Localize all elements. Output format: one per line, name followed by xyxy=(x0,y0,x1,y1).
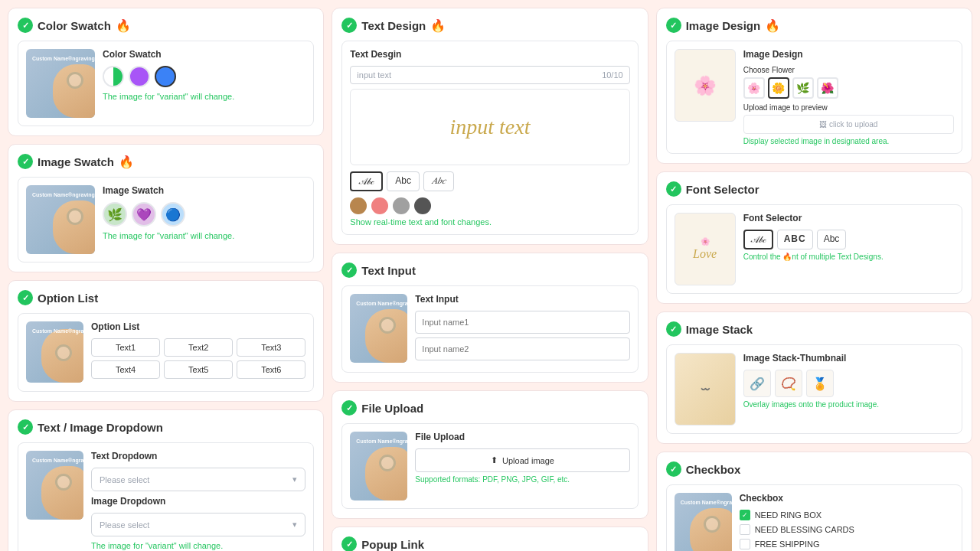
product-preview-option xyxy=(26,321,83,383)
color-dot-4[interactable] xyxy=(414,197,431,214)
image-stack-subtitle: Overlay images onto the product image. xyxy=(743,400,954,409)
chevron-down-icon: ▾ xyxy=(292,474,297,484)
flower-swatch-4[interactable]: 🌺 xyxy=(817,77,838,99)
check-icon: ✓ xyxy=(18,18,33,33)
option-btn-6[interactable]: Text6 xyxy=(237,360,305,379)
flower-swatch-1[interactable]: 🌸 xyxy=(743,77,765,99)
input-name2[interactable] xyxy=(415,337,629,360)
color-swatch-section: ✓ Color Swatch 🔥 Color Swatch xyxy=(8,8,324,136)
image-dropdown-field[interactable]: Please select ▾ xyxy=(91,513,305,536)
check-icon-2: ✓ xyxy=(18,154,33,169)
check-icon-5: ✓ xyxy=(341,18,357,33)
font-btn-italic[interactable]: 𝐴𝑏𝑐 xyxy=(423,171,454,191)
text-image-dropdown-section: ✓ Text / Image Dropdown Text Dropdown Pl… xyxy=(8,409,324,551)
fire-icon-3: 🔥 xyxy=(430,18,446,33)
checkbox-inner: Checkbox ✓ NEED RING BOX NEED BLESSING C… xyxy=(666,484,962,551)
color-circle-1[interactable] xyxy=(103,66,124,87)
font-sel-group: 𝒜𝒷𝒸 ABC Abc xyxy=(743,230,954,249)
file-upload-section: ✓ File Upload File Upload ⬆ Upload image xyxy=(332,390,648,519)
option-btn-3[interactable]: Text3 xyxy=(237,338,305,357)
image-swatch-2[interactable]: 💜 xyxy=(132,202,156,227)
font-btn-script[interactable]: 𝒜𝒷𝒸 xyxy=(350,171,383,191)
image-swatch-1[interactable]: 🌿 xyxy=(103,202,127,227)
image-swatch-3[interactable]: 🔵 xyxy=(161,202,185,227)
font-sel-btn-1[interactable]: 𝒜𝒷𝒸 xyxy=(743,230,773,249)
flower-swatch-2[interactable]: 🌼 xyxy=(768,77,789,99)
text-input-inner-title: Text Input xyxy=(415,294,629,305)
option-list-section: ✓ Option List Option List Text1 Text2 Te… xyxy=(8,280,324,402)
checkbox-item-3[interactable]: FREE SHIPPING xyxy=(740,539,954,549)
file-upload-inner: File Upload ⬆ Upload image Supported for… xyxy=(341,423,638,509)
color-circle-3[interactable] xyxy=(155,66,176,87)
option-list-inner-title: Option List xyxy=(91,321,305,332)
image-design-subtitle: Display selected image in designated are… xyxy=(743,137,954,145)
check-icon-6: ✓ xyxy=(341,262,357,278)
text-input-section: ✓ Text Input Text Input xyxy=(332,253,648,383)
text-design-preview: input text xyxy=(350,89,629,165)
text-dropdown-field[interactable]: Please select ▾ xyxy=(91,468,305,491)
stack-thumb-1[interactable]: 🔗 xyxy=(743,370,771,397)
check-icon-9: ✓ xyxy=(666,18,681,33)
text-design-subtitle: Show real-time text and font changes. xyxy=(350,217,629,227)
font-sel-btn-3[interactable]: Abc xyxy=(817,230,847,249)
check-icon-10: ✓ xyxy=(666,181,681,197)
product-preview-dropdown xyxy=(26,451,83,520)
click-to-upload[interactable]: 🖼 click to upload xyxy=(743,115,954,134)
chevron-down-icon-2: ▾ xyxy=(292,520,297,530)
check-icon-11: ✓ xyxy=(666,321,681,337)
popup-link-title: ✓ Popup Link xyxy=(341,536,638,551)
color-dot-group xyxy=(350,197,629,214)
image-dropdown-label: Image Dropdown xyxy=(91,496,305,507)
text-design-title: ✓ Text Design 🔥 xyxy=(341,18,638,33)
font-selector-preview: 🌸 Love xyxy=(675,213,736,285)
option-btn-5[interactable]: Text5 xyxy=(164,360,233,379)
option-btn-4[interactable]: Text4 xyxy=(91,360,160,379)
text-input-inner: Text Input xyxy=(341,285,638,373)
color-dot-1[interactable] xyxy=(350,197,367,214)
stack-thumbnail-group: 🔗 📿 🏅 xyxy=(743,370,954,397)
text-design-inner-title: Text Desgin xyxy=(350,49,629,60)
flower-swatch-3[interactable]: 🌿 xyxy=(792,77,814,99)
checkbox-title: ✓ Checkbox xyxy=(666,461,962,477)
stack-thumb-3[interactable]: 🏅 xyxy=(806,370,834,397)
input-name1[interactable] xyxy=(415,311,629,334)
color-circle-2[interactable] xyxy=(129,66,150,87)
font-sel-btn-2[interactable]: ABC xyxy=(777,230,813,249)
color-swatch-title: ✓ Color Swatch 🔥 xyxy=(18,18,314,33)
stack-thumb-2[interactable]: 📿 xyxy=(775,370,802,397)
image-swatch-inner: Image Swatch 🌿 💜 🔵 The image for "varian… xyxy=(18,177,314,262)
option-button-group: Text1 Text2 Text3 Text4 Text5 Text6 xyxy=(91,338,305,379)
check-icon-7: ✓ xyxy=(341,400,357,416)
product-preview-color xyxy=(26,49,95,118)
option-list-title: ✓ Option List xyxy=(18,290,314,305)
supported-formats: Supported formats: PDF, PNG, JPG, GIF, e… xyxy=(415,475,629,484)
fire-icon-2: 🔥 xyxy=(119,155,134,169)
upload-preview-label: Upload image to preview xyxy=(743,103,954,112)
fire-icon: 🔥 xyxy=(116,18,131,33)
font-btn-serif[interactable]: Abc xyxy=(387,171,420,191)
checkbox-1[interactable]: ✓ xyxy=(740,510,750,520)
checkbox-3[interactable] xyxy=(740,539,750,549)
text-design-inner: Text Desgin input text 10/10 input text … xyxy=(341,41,638,235)
check-icon-3: ✓ xyxy=(18,290,33,305)
image-design-inner: 🌸 Image Design Choose Flower 🌸 🌼 🌿 🌺 Upl… xyxy=(666,41,962,154)
image-swatch-section: ✓ Image Swatch 🔥 Image Swatch 🌿 💜 xyxy=(8,144,324,272)
image-design-section: ✓ Image Design 🔥 🌸 Image Design Choose F… xyxy=(656,8,972,164)
upload-preview-icon: 🖼 xyxy=(819,120,827,129)
color-dot-2[interactable] xyxy=(371,197,388,214)
image-swatch-subtitle: The image for "variant" will change. xyxy=(103,231,234,240)
popup-link-section: ✓ Popup Link Popup Link 🔗 RING SIZE HELP xyxy=(332,527,648,551)
checkbox-item-1[interactable]: ✓ NEED RING BOX xyxy=(740,510,954,520)
cursive-preview: input text xyxy=(450,115,531,139)
option-btn-2[interactable]: Text2 xyxy=(164,338,233,357)
check-icon-12: ✓ xyxy=(666,461,681,477)
option-btn-1[interactable]: Text1 xyxy=(91,338,160,357)
checkbox-2[interactable] xyxy=(740,524,750,535)
file-upload-title: ✓ File Upload xyxy=(341,400,638,416)
text-design-input[interactable]: input text 10/10 xyxy=(350,66,629,84)
font-style-group: 𝒜𝒷𝒸 Abc 𝐴𝑏𝑐 xyxy=(350,171,629,191)
option-list-inner: Option List Text1 Text2 Text3 Text4 Text… xyxy=(18,313,314,392)
color-dot-3[interactable] xyxy=(393,197,410,214)
upload-image-button[interactable]: ⬆ Upload image xyxy=(415,448,629,472)
checkbox-item-2[interactable]: NEED BLESSING CARDS xyxy=(740,524,954,535)
